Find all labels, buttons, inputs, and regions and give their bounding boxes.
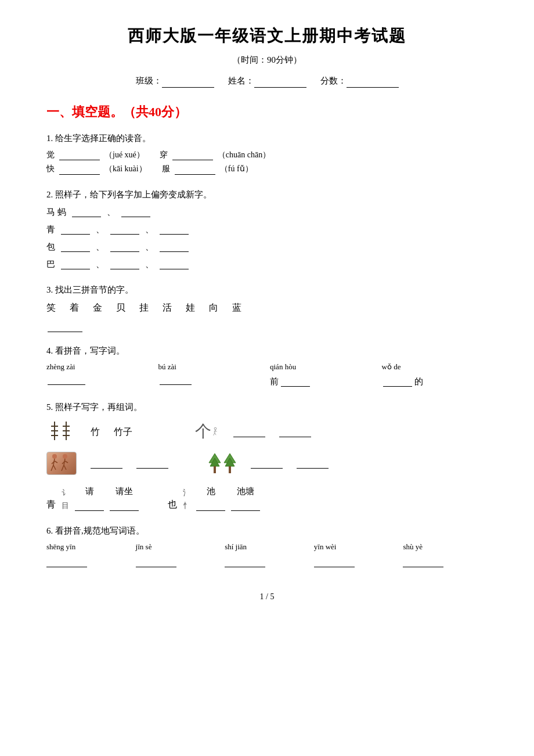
q1-char2: 穿 [160, 149, 168, 161]
q1-options3: （kāi kuài） [104, 163, 147, 175]
q4-pinyin-1: zhèng zài [46, 361, 153, 373]
question-2: 2. 照样子，给下列各字加上偏旁变成新字。 马 蚂 、 青 、、 包 、、 巴 … [46, 188, 488, 271]
q3-chars: 笑 着 金 贝 挂 活 娃 向 蓝 [46, 300, 488, 315]
q6-pinyin-3: shí jiān [225, 541, 309, 553]
q2-label-2: 青 [46, 222, 55, 236]
q6-item-3: shí jiān [225, 541, 309, 567]
q4-title: 4. 看拼音，写字词。 [46, 344, 488, 358]
q1-char4: 服 [162, 163, 170, 175]
score-label: 分数： [320, 74, 399, 88]
class-label: 班级： [136, 74, 214, 88]
student-info: 班级： 姓名： 分数： [46, 74, 488, 88]
q5-blank-char-2 [91, 458, 122, 469]
svg-point-20 [63, 454, 67, 459]
page-footer: 1 / 5 [46, 591, 488, 603]
question-4: 4. 看拼音，写字词。 zhèng zài bú zài qián hòu 前 … [46, 344, 488, 388]
svg-point-8 [214, 427, 217, 430]
q5-example-char: 竹 [91, 424, 100, 440]
svg-line-19 [55, 461, 57, 463]
q4-item-4: wǒ de 的 [382, 361, 488, 388]
q1-char1: 觉 [46, 149, 55, 161]
q4-item-3: qián hòu 前 [270, 361, 376, 388]
tree-strokes-icon [46, 419, 77, 445]
q6-item-5: shù yè [403, 541, 488, 567]
q5-blank-word-2 [136, 458, 168, 469]
q6-answer-4 [314, 556, 355, 567]
svg-line-23 [64, 465, 66, 470]
q6-answer-2 [136, 556, 176, 567]
q3-title: 3. 找出三拼音节的字。 [46, 283, 488, 297]
q6-answer-1 [46, 556, 87, 567]
q5-blank-word-chitang2 [231, 501, 260, 511]
q5-stroke-mu: 目 [62, 500, 69, 512]
q5-blank-word-1 [279, 427, 311, 437]
svg-line-11 [215, 433, 216, 435]
q5-stroke-yan: 讠 [62, 487, 69, 499]
q5-char-qing2: 请 [85, 484, 94, 498]
q5-row-1: 竹 竹子 个 [46, 419, 488, 445]
q4-item-1: zhèng zài [46, 361, 153, 388]
question-6: 6. 看拼音,规范地写词语。 shēng yīn jīn sè shí jiān… [46, 524, 488, 567]
q2-label-3: 包 [46, 240, 55, 254]
two-trees-icon [208, 452, 237, 474]
q1-char3: 快 [46, 163, 55, 175]
person-running-icon: 个 [195, 419, 219, 445]
q5-char-chi: 池 [207, 484, 215, 498]
q4-pinyin-3: qián hòu [270, 361, 376, 373]
q4-pinyin-4: wǒ de [382, 361, 488, 373]
q5-blank-word-qingzuo2 [110, 501, 139, 511]
svg-line-22 [62, 465, 64, 471]
q2-label-1: 马 蚂 [46, 205, 66, 219]
q6-item-4: yīn wèi [314, 541, 399, 567]
svg-line-16 [51, 465, 53, 471]
svg-line-13 [215, 430, 217, 431]
q5-blank-word-3 [297, 458, 329, 469]
subtitle: （时间：90分钟） [46, 53, 488, 67]
q2-title: 2. 照样子，给下列各字加上偏旁变成新字。 [46, 188, 488, 201]
q1-title: 1. 给生字选择正确的读音。 [46, 131, 488, 145]
q4-item-2: bú zài [158, 361, 265, 388]
name-label: 姓名： [228, 74, 306, 88]
q6-item-1: shēng yīn [46, 541, 131, 567]
q5-title: 5. 照样子写字，再组词。 [46, 400, 488, 414]
svg-line-10 [214, 433, 215, 435]
q4-pinyin-2: bú zài [158, 361, 265, 373]
svg-rect-31 [229, 466, 231, 473]
q5-row-2 [46, 452, 488, 475]
q6-answer-3 [225, 556, 265, 567]
svg-line-25 [65, 461, 68, 463]
q6-title: 6. 看拼音,规范地写词语。 [46, 524, 488, 538]
q5-stroke-shui: 氵 [183, 487, 190, 499]
q5-bottom-row1: 青 讠 目 请 请坐 也 氵 忄 池 池塘 [46, 484, 488, 512]
q6-pinyin-1: shēng yīn [46, 541, 131, 553]
q6-pinyin-2: jīn sè [136, 541, 221, 553]
q5-word-qingzuo: 请坐 [116, 484, 133, 498]
q1-options2: （chuān chān） [218, 149, 270, 161]
q1-options4: （fú fǔ） [220, 163, 253, 175]
q2-label-4: 巴 [46, 257, 55, 271]
question-5: 5. 照样子写字，再组词。 竹 竹子 个 [46, 400, 488, 512]
q6-item-2: jīn sè [136, 541, 221, 567]
q6-pinyin-4: yīn wèi [314, 541, 399, 553]
q6-answer-5 [403, 556, 443, 567]
question-3: 3. 找出三拼音节的字。 笑 着 金 贝 挂 活 娃 向 蓝 [46, 283, 488, 333]
svg-line-17 [53, 465, 56, 470]
question-1: 1. 给生字选择正确的读音。 觉 （jué xué） 穿 （chuān chān… [46, 131, 488, 176]
q5-blank-char-3 [251, 458, 283, 469]
q5-stroke-xin: 忄 [183, 500, 190, 512]
q5-blank-char-1 [233, 427, 265, 437]
svg-rect-28 [214, 466, 216, 473]
q5-blank-char-chi2 [196, 501, 225, 511]
q1-options1: （jué xué） [104, 149, 145, 161]
q5-example-word: 竹子 [114, 424, 132, 440]
q5-char-qing: 青 [46, 497, 56, 512]
q5-word-chitang: 池塘 [237, 484, 254, 498]
running-people-icon [46, 452, 77, 475]
q6-pinyin-5: shù yè [403, 541, 488, 553]
q5-blank-char-qing2b [75, 501, 104, 511]
section1-title: 一、填空题。（共40分） [46, 102, 488, 122]
svg-point-14 [52, 454, 57, 459]
q5-char-ye: 也 [168, 497, 177, 512]
page-title: 西师大版一年级语文上册期中考试题 [46, 23, 488, 49]
